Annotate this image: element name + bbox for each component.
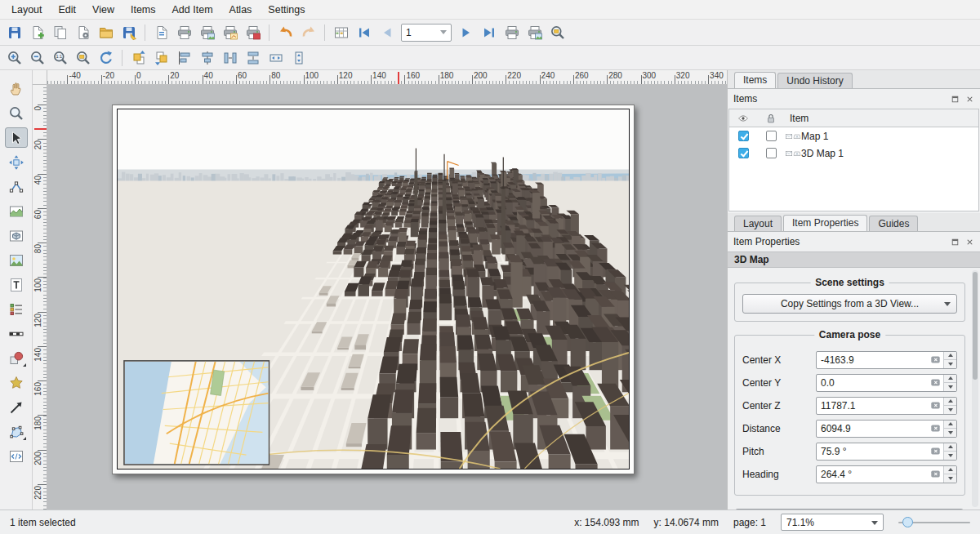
clear-value-button[interactable] [928, 469, 943, 479]
spinner-arrows[interactable] [943, 421, 956, 437]
menu-edit[interactable]: Edit [51, 2, 85, 18]
zoom-actual-button[interactable] [49, 47, 71, 69]
dock-close-icon[interactable] [965, 95, 974, 104]
select-move-item-tool-button[interactable] [5, 127, 28, 148]
spinbox[interactable] [816, 443, 957, 461]
spinbox-input[interactable] [817, 469, 928, 480]
add-arrow-tool-button[interactable] [5, 397, 28, 417]
previous-feature-button[interactable] [376, 22, 398, 43]
horizontal-ruler[interactable]: -40-200204060801001201401601802002202402… [47, 70, 727, 85]
3d-map-item[interactable] [117, 109, 630, 469]
tab-guides[interactable]: Guides [869, 216, 918, 231]
spin-down-icon[interactable] [944, 360, 956, 368]
spinbox[interactable] [816, 374, 957, 392]
last-feature-button[interactable] [478, 22, 500, 43]
export-report-button[interactable] [150, 22, 172, 43]
spinbox[interactable] [816, 465, 957, 483]
pan-tool-button[interactable] [5, 78, 28, 99]
atlas-settings-button[interactable] [546, 22, 568, 43]
add-shape-tool-button[interactable] [5, 348, 28, 368]
spin-up-icon[interactable] [944, 352, 956, 361]
spinbox[interactable] [816, 397, 957, 415]
add-scalebar-tool-button[interactable] [5, 323, 28, 344]
spinner-arrows[interactable] [943, 352, 956, 368]
lower-items-button[interactable] [150, 47, 172, 69]
slider-handle[interactable] [902, 517, 913, 527]
spinner-arrows[interactable] [943, 443, 956, 460]
zoom-level-combobox[interactable]: 71.1% [781, 514, 884, 531]
clear-value-button[interactable] [928, 400, 943, 411]
spinner-arrows[interactable] [943, 466, 956, 483]
tab-item-properties[interactable]: Item Properties [783, 215, 867, 231]
add-marker-tool-button[interactable] [5, 372, 28, 393]
menu-atlas[interactable]: Atlas [221, 2, 261, 18]
align-left-button[interactable] [173, 47, 195, 69]
menu-view[interactable]: View [84, 2, 122, 18]
spinner-arrows[interactable] [943, 375, 956, 391]
new-layout-button[interactable] [26, 22, 48, 43]
clear-value-button[interactable] [928, 354, 943, 365]
clear-value-button[interactable] [928, 377, 943, 388]
spin-up-icon[interactable] [944, 421, 956, 429]
set-from-view-dropdown-button[interactable]: Set from a 3D View... [735, 509, 964, 510]
spin-down-icon[interactable] [944, 383, 956, 391]
add-node-item-tool-button[interactable] [5, 421, 28, 442]
add-3d-map-tool-button[interactable] [5, 225, 28, 246]
spin-down-icon[interactable] [944, 406, 956, 414]
spin-down-icon[interactable] [944, 474, 956, 483]
scrollbar-thumb[interactable] [973, 272, 978, 380]
spinbox-input[interactable] [817, 377, 928, 389]
menu-settings[interactable]: Settings [260, 2, 313, 18]
move-item-content-tool-button[interactable] [5, 152, 28, 172]
spin-up-icon[interactable] [944, 398, 956, 407]
resize-width-button[interactable] [265, 47, 287, 69]
lock-checkbox[interactable] [766, 148, 777, 158]
menu-items[interactable]: Items [122, 2, 164, 18]
add-map-tool-button[interactable] [5, 201, 28, 221]
item-list-row[interactable]: 3D Map 1 [729, 145, 978, 162]
lock-checkbox[interactable] [766, 131, 777, 141]
tab-undo-history[interactable]: Undo History [777, 73, 852, 88]
raise-items-button[interactable] [127, 47, 149, 69]
layout-manager-button[interactable] [72, 22, 94, 43]
zoom-tool-button[interactable] [5, 103, 28, 123]
spin-down-icon[interactable] [944, 429, 956, 437]
spin-down-icon[interactable] [944, 452, 956, 460]
export-atlas-button[interactable] [523, 22, 546, 43]
align-center-button[interactable] [196, 47, 218, 69]
add-label-tool-button[interactable] [5, 274, 28, 295]
spin-up-icon[interactable] [944, 375, 956, 384]
save-as-template-button[interactable] [118, 22, 140, 43]
visibility-checkbox[interactable] [738, 131, 749, 141]
tab-items[interactable]: Items [734, 72, 776, 88]
dock-float-icon[interactable] [951, 238, 960, 247]
atlas-page-combobox[interactable]: 1 [401, 24, 452, 42]
spin-up-icon[interactable] [944, 443, 956, 452]
menu-layout[interactable]: Layout [3, 2, 51, 18]
first-feature-button[interactable] [353, 22, 375, 43]
properties-scrollbar[interactable] [972, 270, 978, 507]
spinbox-input[interactable] [817, 446, 928, 457]
add-picture-tool-button[interactable] [5, 250, 28, 270]
zoom-out-button[interactable] [26, 47, 48, 69]
add-html-tool-button[interactable] [5, 446, 28, 466]
layout-canvas[interactable] [47, 85, 727, 510]
visibility-checkbox[interactable] [738, 148, 749, 158]
duplicate-layout-button[interactable] [49, 22, 71, 43]
spinner-arrows[interactable] [943, 398, 956, 414]
distribute-horizontal-button[interactable] [219, 47, 241, 69]
edit-nodes-tool-button[interactable] [5, 176, 28, 197]
zoom-full-button[interactable] [72, 47, 94, 69]
spinbox[interactable] [816, 420, 957, 438]
dock-float-icon[interactable] [951, 95, 960, 104]
add-items-from-template-button[interactable] [95, 22, 117, 43]
tab-layout[interactable]: Layout [734, 216, 782, 231]
resize-height-button[interactable] [287, 47, 310, 69]
undo-button[interactable] [274, 22, 296, 43]
next-feature-button[interactable] [455, 22, 477, 43]
print-atlas-button[interactable] [501, 22, 523, 43]
spinbox[interactable] [816, 351, 957, 369]
print-button[interactable] [173, 22, 195, 43]
copy-settings-dropdown-button[interactable]: Copy Settings from a 3D View... [742, 294, 957, 314]
export-svg-button[interactable] [219, 22, 241, 43]
